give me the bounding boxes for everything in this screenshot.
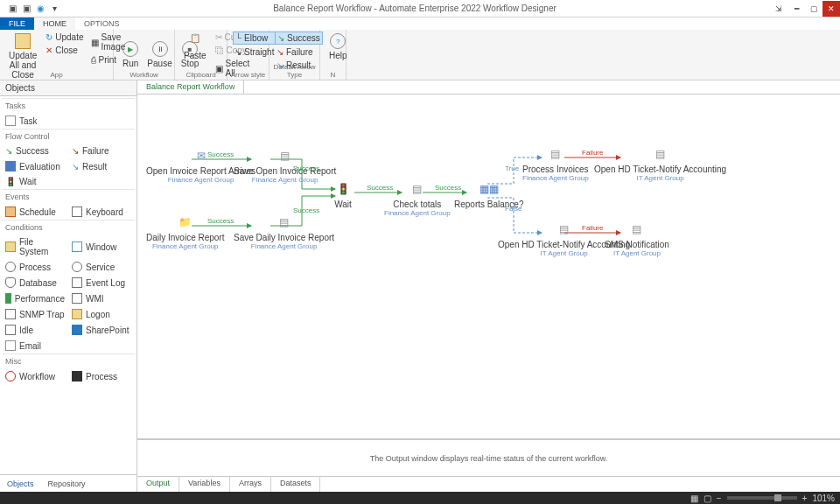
- obj-sharepoint[interactable]: SharePoint: [68, 322, 135, 338]
- document-tab[interactable]: Balance Report Workflow: [137, 80, 244, 94]
- failure-arrow-button[interactable]: ↘Failure: [275, 46, 323, 58]
- group-clipboard: Clipboard: [175, 71, 227, 79]
- obj-failure[interactable]: ↘Failure: [68, 144, 135, 158]
- obj-database[interactable]: Database: [2, 275, 68, 290]
- section-tasks: Tasks: [2, 98, 135, 113]
- help-button[interactable]: ?Help: [326, 32, 351, 62]
- pin-icon[interactable]: ⇲: [770, 1, 788, 17]
- workflow-canvas[interactable]: ✉Open Invoice Report ArrivesFinance Agen…: [137, 94, 840, 439]
- obj-filesystem[interactable]: File System: [2, 234, 68, 259]
- obj-task[interactable]: Task: [2, 113, 68, 129]
- snmp-icon: [5, 309, 16, 319]
- output-tab-datasets[interactable]: Datasets: [271, 477, 321, 492]
- arrow-label-success: Success: [293, 164, 319, 172]
- obj-snmptrap[interactable]: SNMP Trap: [2, 306, 68, 322]
- obj-window[interactable]: Window: [68, 234, 135, 259]
- arrow-label-success: Success: [293, 206, 319, 214]
- doc5-icon: ▤: [651, 145, 670, 163]
- obj-service[interactable]: Service: [68, 259, 135, 275]
- failure-icon: ↘: [276, 47, 284, 57]
- elbow-icon: └: [235, 33, 242, 43]
- update-button[interactable]: ↻Update: [44, 32, 85, 43]
- tab-file[interactable]: FILE: [0, 18, 34, 30]
- result-arrow-icon: ↘: [72, 162, 79, 172]
- paste-button[interactable]: 📋Paste: [180, 32, 210, 62]
- play-icon: ▶: [122, 41, 138, 57]
- group-default-arrow: Default Arrow Type: [270, 63, 319, 79]
- close-workflow-button[interactable]: ✕Close: [44, 45, 85, 56]
- qat-dropdown-icon[interactable]: ▾: [49, 4, 60, 14]
- output-tab-output[interactable]: Output: [137, 477, 179, 492]
- section-events: Events: [2, 189, 135, 204]
- section-flow: Flow Control: [2, 129, 135, 144]
- obj-evaluation[interactable]: Evaluation: [2, 158, 68, 174]
- zoom-slider[interactable]: [727, 496, 797, 500]
- node-hd-ticket-accounting-top[interactable]: ▤Open HD Ticket-Notify AccountingIT Agen…: [594, 145, 726, 182]
- help-icon: ?: [330, 33, 346, 49]
- idle-icon: [5, 325, 16, 335]
- group-app: App: [0, 71, 113, 79]
- node-wait[interactable]: 🚦Wait: [333, 180, 353, 209]
- obj-logon[interactable]: Logon: [68, 306, 135, 322]
- output-message: The Output window displays real-time sta…: [137, 440, 840, 476]
- lefttab-repository[interactable]: Repository: [41, 477, 93, 491]
- section-misc: Misc: [2, 354, 135, 368]
- folder-event-icon: 📁: [176, 214, 195, 231]
- node-process-invoices[interactable]: ▤Process InvoicesFinance Agent Group: [522, 145, 589, 182]
- evaluation-icon: [5, 161, 16, 172]
- status-view-icon[interactable]: ▦: [690, 494, 698, 503]
- obj-misc-process[interactable]: Process: [68, 368, 135, 384]
- failure-arrow-icon: ↘: [72, 146, 79, 156]
- obj-success[interactable]: ↘Success: [2, 144, 68, 158]
- node-sms-notification[interactable]: ▤SMS NotificationIT Agent Group: [605, 220, 669, 257]
- minimize-button[interactable]: ━: [788, 1, 805, 17]
- pause-button[interactable]: ⏸Pause: [144, 39, 175, 70]
- eval-icon: ▦▦: [480, 180, 499, 198]
- cut-icon: ✂: [215, 32, 222, 42]
- eventlog-icon: [72, 277, 82, 288]
- output-tab-arrays[interactable]: Arrays: [230, 477, 271, 492]
- arrow-label-failure: Failure: [582, 224, 603, 232]
- doc7-icon: ▤: [627, 220, 647, 238]
- obj-result[interactable]: ↘Result: [68, 158, 135, 174]
- success-icon: ↘: [277, 33, 284, 43]
- email-icon: [5, 340, 16, 351]
- obj-wait[interactable]: 🚦Wait: [2, 174, 68, 189]
- lefttab-objects[interactable]: Objects: [0, 477, 41, 491]
- save2-icon[interactable]: ▣: [21, 4, 32, 14]
- doc4-icon: ▤: [546, 145, 565, 163]
- keyboard-icon: [72, 206, 82, 217]
- obj-schedule[interactable]: Schedule: [2, 204, 68, 220]
- save-icon[interactable]: ▣: [7, 4, 18, 14]
- close-button[interactable]: ✕: [822, 1, 840, 17]
- obj-idle[interactable]: Idle: [2, 322, 68, 338]
- tab-options[interactable]: OPTIONS: [75, 18, 129, 30]
- qat-icon[interactable]: ◉: [35, 4, 46, 14]
- task-icon: [5, 116, 16, 126]
- paste-icon: 📋: [187, 33, 203, 49]
- status-view2-icon[interactable]: ▢: [704, 494, 711, 503]
- tab-home[interactable]: HOME: [34, 18, 75, 30]
- obj-workflow[interactable]: Workflow: [2, 368, 68, 384]
- node-save-daily-invoice[interactable]: ▤Save Daily Invoice ReportFinance Agent …: [234, 214, 334, 250]
- run-button[interactable]: ▶Run: [119, 39, 142, 70]
- image-icon: ▦: [91, 38, 99, 47]
- section-conditions: Conditions: [2, 220, 135, 234]
- update-icon: [15, 33, 31, 49]
- zoom-out-icon[interactable]: −: [717, 494, 722, 503]
- objects-panel-header: Objects: [0, 80, 136, 96]
- node-save-open-invoice[interactable]: ▤Save Open Invoice ReportFinance Agent G…: [234, 147, 336, 184]
- success-arrow-button[interactable]: ↘Success: [275, 32, 323, 45]
- obj-wmi[interactable]: WMI: [68, 290, 135, 306]
- zoom-in-icon[interactable]: +: [802, 494, 808, 503]
- obj-process[interactable]: Process: [2, 259, 68, 275]
- obj-keyboard[interactable]: Keyboard: [68, 204, 135, 220]
- wmi-icon: [72, 293, 82, 304]
- group-help: N: [320, 71, 346, 79]
- obj-email[interactable]: Email: [2, 338, 68, 354]
- output-tab-variables[interactable]: Variables: [179, 477, 230, 492]
- obj-performance[interactable]: Performance: [2, 290, 68, 306]
- maximize-button[interactable]: ▢: [805, 1, 822, 17]
- window-title: Balance Report Workflow - Automate Enter…: [60, 4, 770, 13]
- obj-eventlog[interactable]: Event Log: [68, 275, 135, 290]
